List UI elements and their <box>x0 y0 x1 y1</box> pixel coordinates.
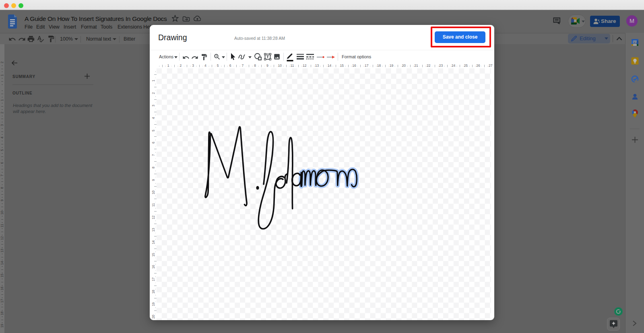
svg-text:31: 31 <box>633 41 637 45</box>
